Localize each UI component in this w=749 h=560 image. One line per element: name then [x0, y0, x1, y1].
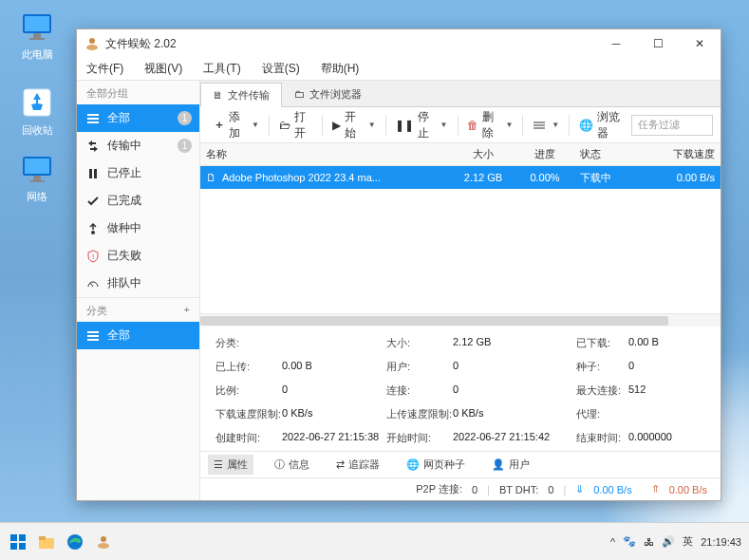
tray-chevron-icon[interactable]: ^	[610, 536, 615, 548]
separator	[322, 115, 323, 136]
detail-tab-tracker[interactable]: ⇄追踪器	[330, 455, 385, 475]
status-down-speed: 0.00 B/s	[593, 484, 631, 495]
sidebar-item-failed[interactable]: ! 已失败	[77, 242, 199, 270]
upload-icon: ⇑	[651, 483, 660, 495]
status-dht-value: 0	[548, 484, 553, 495]
separator	[269, 115, 270, 136]
horizontal-scrollbar[interactable]	[200, 313, 721, 327]
taskbar-app-icon[interactable]	[93, 532, 114, 552]
taskbar-explorer-icon[interactable]	[36, 532, 57, 552]
tray-ime[interactable]: 英	[683, 534, 693, 549]
play-icon: ▶	[332, 119, 341, 132]
sidebar-badge: 1	[178, 139, 192, 153]
label-uploaded: 已上传:	[215, 360, 282, 374]
task-filter-input[interactable]: 任务过滤	[631, 115, 713, 136]
tray-clock[interactable]: 21:19:43	[701, 536, 741, 548]
start-button[interactable]: ▶开始▼	[327, 113, 381, 138]
menu-settings[interactable]: 设置(S)	[258, 59, 304, 79]
tab-file-transfer[interactable]: 🗎 文件传输	[200, 83, 282, 107]
minimize-button[interactable]: ─	[595, 29, 637, 58]
start-button[interactable]	[8, 532, 28, 552]
desktop-icon-network[interactable]: 网络	[14, 152, 60, 204]
taskbar: ^ 🐾 🖧 🔊 英 21:19:43	[0, 522, 749, 560]
stop-button[interactable]: ❚❚停止▼	[389, 113, 453, 138]
svg-rect-1	[25, 16, 49, 31]
svg-point-10	[86, 45, 98, 50]
app-logo-icon	[84, 36, 100, 51]
properties-icon: ☰	[214, 458, 223, 471]
table-row[interactable]: 🗋Adobe Photoshop 2022 23.4 ma... 2.12 GB…	[200, 166, 721, 189]
menu-icon	[86, 329, 100, 343]
add-button[interactable]: ＋添加▼	[208, 113, 265, 138]
label-started: 开始时间:	[386, 431, 453, 445]
separator	[569, 115, 570, 136]
menu-file[interactable]: 文件(F)	[83, 59, 127, 79]
desktop-icon-label: 网络	[27, 190, 47, 204]
add-icon[interactable]: +	[184, 304, 190, 318]
more-button[interactable]: ▼	[527, 113, 565, 138]
detail-tab-info[interactable]: ⓘ信息	[269, 455, 315, 475]
sidebar-category-all[interactable]: 全部	[77, 322, 199, 349]
tab-label: 文件传输	[228, 88, 270, 103]
detail-tab-webseed[interactable]: 🌐网页种子	[401, 455, 471, 475]
browser-button[interactable]: 🌐浏览器	[573, 113, 631, 138]
download-icon: ⇓	[575, 483, 584, 495]
label-category: 分类:	[215, 336, 282, 350]
sidebar-item-stopped[interactable]: 已停止	[77, 159, 199, 187]
row-size: 2.12 GB	[451, 172, 515, 183]
detail-tab-user[interactable]: 👤用户	[486, 455, 535, 475]
menu-tools[interactable]: 工具(T)	[199, 59, 244, 79]
sidebar-badge: 1	[178, 111, 192, 125]
value-started: 2022-06-27 21:15:42	[453, 431, 576, 445]
trash-icon: 🗑	[467, 119, 478, 132]
desktop-icon-recycle[interactable]: 回收站	[14, 85, 60, 138]
titlebar[interactable]: 文件蜈蚣 2.02 ─ ☐ ✕	[77, 29, 721, 58]
menu-help[interactable]: 帮助(H)	[317, 59, 364, 79]
label-connections: 连接:	[386, 383, 453, 398]
tray-volume-icon[interactable]: 🔊	[662, 535, 675, 548]
col-state[interactable]: 状态	[574, 147, 643, 161]
row-name: Adobe Photoshop 2022 23.4 ma...	[222, 172, 381, 183]
open-button[interactable]: 🗁打开	[273, 113, 319, 138]
scrollbar-thumb[interactable]	[200, 316, 668, 326]
desktop-icon-pc[interactable]: 此电脑	[14, 9, 60, 62]
svg-rect-3	[29, 38, 45, 40]
desktop-icon-label: 回收站	[22, 123, 53, 138]
svg-rect-11	[89, 169, 92, 178]
separator	[458, 115, 459, 136]
pause-icon	[86, 167, 100, 180]
value-seeds: 0	[628, 360, 705, 374]
sidebar-item-all[interactable]: 全部 1	[77, 104, 199, 132]
col-speed[interactable]: 下载速度	[643, 147, 721, 161]
close-button[interactable]: ✕	[679, 29, 721, 58]
svg-point-23	[98, 543, 109, 549]
sidebar: 全部分组 全部 1 传输中 1 已停止 已完成 做种中	[77, 81, 200, 500]
col-name[interactable]: 名称	[200, 147, 451, 161]
col-size[interactable]: 大小	[451, 147, 515, 161]
svg-rect-15	[10, 534, 17, 541]
detail-tab-properties[interactable]: ☰属性	[208, 455, 253, 475]
sidebar-item-label: 已停止	[107, 165, 199, 181]
tray-network-icon[interactable]: 🖧	[644, 536, 654, 548]
sidebar-item-queued[interactable]: 排队中	[77, 270, 199, 297]
tray-app-icon[interactable]: 🐾	[623, 535, 636, 548]
separator	[522, 115, 523, 136]
menu-view[interactable]: 视图(V)	[140, 59, 186, 79]
col-progress[interactable]: 进度	[515, 147, 574, 161]
web-icon: 🌐	[406, 458, 420, 471]
sidebar-item-label: 做种中	[107, 220, 199, 236]
tab-file-browser[interactable]: 🗀 文件浏览器	[282, 82, 374, 106]
delete-button[interactable]: 🗑删除▼	[461, 113, 518, 138]
taskbar-edge-icon[interactable]	[65, 532, 85, 552]
value-size: 2.12 GB	[453, 336, 576, 350]
sidebar-item-seeding[interactable]: 做种中	[77, 215, 199, 242]
label-size: 大小:	[386, 336, 453, 350]
value-connections: 0	[453, 383, 576, 398]
sidebar-group-header: 全部分组	[77, 81, 199, 104]
sidebar-item-completed[interactable]: 已完成	[77, 187, 199, 215]
shield-error-icon: !	[86, 250, 100, 263]
maximize-button[interactable]: ☐	[637, 29, 679, 58]
menubar: 文件(F) 视图(V) 工具(T) 设置(S) 帮助(H)	[77, 58, 721, 81]
svg-rect-16	[19, 534, 26, 541]
sidebar-item-transferring[interactable]: 传输中 1	[77, 132, 199, 159]
